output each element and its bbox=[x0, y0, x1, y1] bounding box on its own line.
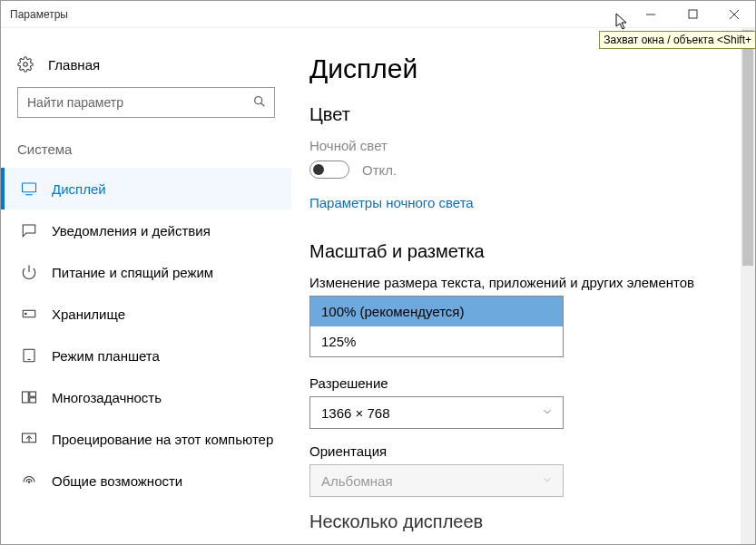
sidebar-item-notifications[interactable]: Уведомления и действия bbox=[1, 209, 291, 251]
sidebar-item-label: Питание и спящий режим bbox=[52, 265, 213, 280]
settings-window: Параметры Главная bbox=[0, 0, 756, 545]
sidebar-item-projecting[interactable]: Проецирование на этот компьютер bbox=[1, 418, 291, 460]
scrollbar[interactable] bbox=[741, 28, 755, 544]
home-link[interactable]: Главная bbox=[1, 51, 291, 87]
scale-label: Изменение размера текста, приложений и д… bbox=[309, 275, 755, 290]
chevron-down-icon bbox=[541, 473, 554, 489]
svg-rect-7 bbox=[23, 183, 36, 192]
svg-point-4 bbox=[24, 63, 28, 67]
search-wrap bbox=[1, 87, 291, 141]
monitor-icon bbox=[21, 180, 37, 197]
power-icon bbox=[21, 264, 37, 280]
minimize-button[interactable] bbox=[630, 1, 672, 28]
sidebar-item-tablet[interactable]: Режим планшета bbox=[1, 335, 291, 376]
sidebar-item-label: Режим планшета bbox=[52, 348, 160, 364]
resolution-value: 1366 × 768 bbox=[321, 405, 390, 421]
tablet-icon bbox=[21, 347, 37, 364]
chevron-down-icon bbox=[541, 405, 554, 421]
home-label: Главная bbox=[48, 57, 100, 73]
scale-option-125[interactable]: 125% bbox=[310, 326, 563, 356]
svg-rect-16 bbox=[30, 398, 36, 403]
nightlight-toggle-row: Откл. bbox=[309, 161, 755, 179]
capture-tooltip: Захват окна / объекта <Shift+ bbox=[599, 31, 756, 49]
nightlight-toggle[interactable] bbox=[309, 161, 349, 179]
scale-dropdown-open[interactable]: 100% (рекомендуется) 125% bbox=[309, 296, 564, 357]
sidebar-group-label: Система bbox=[1, 141, 291, 168]
sidebar-item-label: Дисплей bbox=[52, 181, 106, 197]
sidebar-item-display[interactable]: Дисплей bbox=[1, 168, 291, 209]
search-box[interactable] bbox=[17, 87, 275, 118]
window-controls bbox=[630, 1, 755, 28]
close-button[interactable] bbox=[713, 1, 755, 28]
sidebar-item-multitasking[interactable]: Многозадачность bbox=[1, 376, 291, 418]
message-icon bbox=[21, 222, 37, 238]
gear-icon bbox=[17, 56, 34, 73]
storage-icon bbox=[21, 306, 37, 322]
sidebar: Главная Система Дисплей Уведомления и де… bbox=[1, 28, 291, 544]
multitask-icon bbox=[21, 389, 37, 405]
project-icon bbox=[21, 431, 37, 447]
sidebar-item-label: Хранилище bbox=[52, 307, 125, 322]
scrollbar-thumb[interactable] bbox=[742, 30, 753, 266]
window-title: Параметры bbox=[10, 8, 68, 21]
sidebar-item-storage[interactable]: Хранилище bbox=[1, 293, 291, 335]
page-title: Дисплей bbox=[309, 54, 755, 84]
resolution-combo[interactable]: 1366 × 768 bbox=[309, 396, 564, 429]
svg-rect-15 bbox=[30, 392, 36, 396]
svg-rect-14 bbox=[23, 392, 29, 403]
sidebar-item-label: Многозадачность bbox=[52, 390, 162, 405]
cursor-icon bbox=[615, 13, 630, 34]
svg-line-6 bbox=[261, 102, 265, 106]
orientation-label: Ориентация bbox=[309, 443, 755, 459]
scale-option-100[interactable]: 100% (рекомендуется) bbox=[310, 297, 563, 326]
section-multi-displays: Несколько дисплеев bbox=[309, 511, 755, 532]
resolution-label: Разрешение bbox=[309, 375, 755, 391]
nightlight-settings-link[interactable]: Параметры ночного света bbox=[309, 195, 474, 210]
nightlight-state: Откл. bbox=[362, 162, 397, 178]
sidebar-item-shared[interactable]: Общие возможности bbox=[1, 460, 291, 501]
maximize-button[interactable] bbox=[672, 1, 713, 28]
svg-point-5 bbox=[255, 96, 262, 103]
orientation-value: Альбомная bbox=[321, 473, 393, 489]
share-icon bbox=[21, 472, 37, 489]
sidebar-item-label: Проецирование на этот компьютер bbox=[52, 432, 273, 447]
svg-rect-1 bbox=[689, 10, 697, 18]
sidebar-item-label: Уведомления и действия bbox=[52, 223, 211, 238]
sidebar-item-power[interactable]: Питание и спящий режим bbox=[1, 251, 291, 293]
search-icon bbox=[252, 94, 267, 112]
sidebar-item-label: Общие возможности bbox=[52, 473, 182, 489]
content-area: Главная Система Дисплей Уведомления и де… bbox=[1, 28, 755, 544]
section-color: Цвет bbox=[309, 104, 755, 125]
main-panel: Дисплей Цвет Ночной свет Откл. Параметры… bbox=[291, 28, 755, 544]
svg-point-11 bbox=[25, 313, 27, 315]
svg-point-19 bbox=[28, 482, 30, 483]
nightlight-label: Ночной свет bbox=[309, 138, 755, 153]
orientation-combo[interactable]: Альбомная bbox=[309, 464, 564, 497]
search-input[interactable] bbox=[27, 95, 252, 110]
section-scale: Масштаб и разметка bbox=[309, 241, 755, 262]
titlebar: Параметры bbox=[1, 1, 755, 28]
